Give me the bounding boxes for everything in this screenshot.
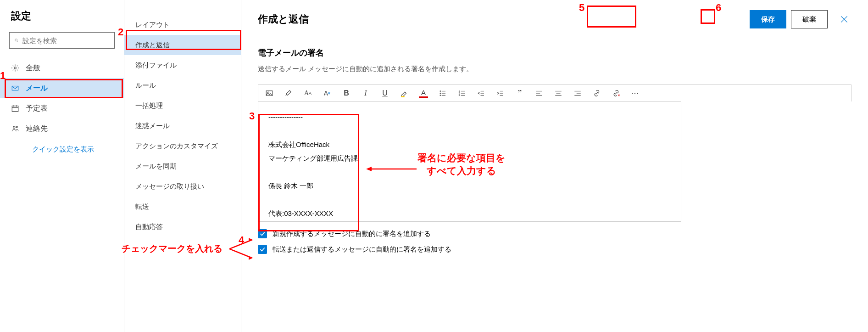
- subnav-rules[interactable]: ルール: [124, 75, 241, 96]
- category-calendar[interactable]: 予定表: [0, 98, 124, 118]
- close-icon: [840, 15, 849, 24]
- people-icon: [11, 124, 19, 133]
- auto-sign-new-row[interactable]: 新規作成するメッセージに自動的に署名を追加する: [258, 229, 851, 238]
- discard-button[interactable]: 破棄: [791, 10, 828, 28]
- signature-section-desc: 送信するメール メッセージに自動的に追加される署名を作成します。: [258, 65, 851, 73]
- svg-point-2: [14, 67, 17, 69]
- font-family-icon[interactable]: AA: [303, 89, 312, 98]
- svg-point-19: [440, 95, 441, 96]
- checkbox-reply-checked[interactable]: [258, 245, 267, 254]
- svg-marker-49: [366, 167, 372, 171]
- settings-sidebar: 設定 全般 メール 予定表 連絡先 クイック設定を表示: [0, 0, 124, 332]
- svg-point-8: [13, 126, 16, 129]
- svg-text:3: 3: [459, 94, 460, 96]
- category-label: メール: [26, 84, 48, 93]
- search-input-wrap[interactable]: [9, 32, 115, 49]
- outdent-icon[interactable]: [477, 89, 486, 98]
- mail-icon: [11, 84, 19, 92]
- svg-line-1: [17, 41, 18, 42]
- subnav-sweep[interactable]: 一括処理: [124, 96, 241, 116]
- auto-sign-reply-row[interactable]: 転送または返信するメッセージに自動的に署名を追加する: [258, 245, 851, 254]
- sidebar-title: 設定: [0, 9, 124, 32]
- annotation-hint-check: チェックマークを入れる: [122, 242, 223, 255]
- checkbox-new-checked[interactable]: [258, 229, 267, 238]
- subnav-forwarding[interactable]: 転送: [124, 197, 241, 217]
- format-painter-icon[interactable]: [284, 89, 293, 98]
- more-icon[interactable]: ⋯: [631, 89, 640, 98]
- underline-icon[interactable]: U: [380, 89, 389, 98]
- align-center-icon[interactable]: [554, 89, 563, 98]
- search-input[interactable]: [22, 37, 110, 45]
- svg-point-15: [440, 91, 441, 92]
- unlink-icon[interactable]: [612, 89, 621, 98]
- category-label: 連絡先: [26, 124, 48, 134]
- gear-icon: [11, 64, 19, 72]
- annotation-arrow-4: [229, 235, 257, 263]
- svg-point-17: [440, 93, 441, 94]
- indent-icon[interactable]: [496, 89, 505, 98]
- annotation-arrow-3: [366, 165, 417, 173]
- close-button[interactable]: [837, 12, 851, 27]
- quick-settings-link[interactable]: クイック設定を表示: [0, 139, 124, 154]
- svg-rect-4: [12, 106, 18, 112]
- insert-image-icon[interactable]: [265, 89, 274, 98]
- number-list-icon[interactable]: 123: [457, 89, 467, 98]
- subnav-message-handling[interactable]: メッセージの取り扱い: [124, 176, 241, 197]
- main-panel: 作成と返信 保存 破棄 電子メールの署名 送信するメール メッセージに自動的に追…: [241, 0, 868, 332]
- subnav-layout[interactable]: レイアウト: [124, 15, 241, 35]
- category-people[interactable]: 連絡先: [0, 118, 124, 139]
- font-color-icon[interactable]: A: [419, 89, 428, 98]
- category-mail[interactable]: メール: [0, 78, 124, 98]
- save-button[interactable]: 保存: [750, 10, 786, 28]
- align-right-icon[interactable]: [573, 89, 582, 98]
- subnav-auto-reply[interactable]: 自動応答: [124, 217, 241, 237]
- subnav: レイアウト 作成と返信 添付ファイル ルール 一括処理 迷惑メール アクションの…: [124, 0, 241, 332]
- category-label: 予定表: [26, 104, 48, 113]
- bold-icon[interactable]: B: [342, 89, 351, 98]
- align-left-icon[interactable]: [534, 89, 544, 98]
- bullet-list-icon[interactable]: [438, 89, 447, 98]
- annotation-hint-sig: 署名に必要な項目を すべて入力する: [417, 152, 506, 177]
- highlight-icon[interactable]: [400, 89, 409, 98]
- subnav-junk[interactable]: 迷惑メール: [124, 116, 241, 136]
- link-icon[interactable]: [592, 89, 601, 98]
- editor-toolbar: AA A▾ B I U A 123 ” ⋯: [258, 84, 851, 101]
- italic-icon[interactable]: I: [361, 89, 370, 98]
- page-title: 作成と返信: [258, 12, 745, 26]
- subnav-sync[interactable]: メールを同期: [124, 156, 241, 176]
- font-size-icon[interactable]: A▾: [323, 89, 332, 98]
- subnav-attachments[interactable]: 添付ファイル: [124, 55, 241, 75]
- svg-point-9: [16, 126, 17, 128]
- category-label: 全般: [26, 63, 40, 73]
- calendar-icon: [11, 104, 19, 113]
- quote-icon[interactable]: ”: [515, 89, 524, 98]
- svg-point-0: [15, 39, 17, 41]
- signature-section-title: 電子メールの署名: [258, 47, 851, 58]
- subnav-compose-reply[interactable]: 作成と返信: [124, 35, 241, 55]
- checkbox-new-label: 新規作成するメッセージに自動的に署名を追加する: [273, 230, 431, 238]
- svg-rect-3: [12, 86, 18, 90]
- check-icon: [259, 246, 266, 253]
- checkbox-reply-label: 転送または返信するメッセージに自動的に署名を追加する: [273, 245, 451, 254]
- subnav-customize-actions[interactable]: アクションのカスタマイズ: [124, 136, 241, 156]
- search-icon: [14, 36, 19, 45]
- category-general[interactable]: 全般: [0, 58, 124, 78]
- check-icon: [259, 231, 266, 237]
